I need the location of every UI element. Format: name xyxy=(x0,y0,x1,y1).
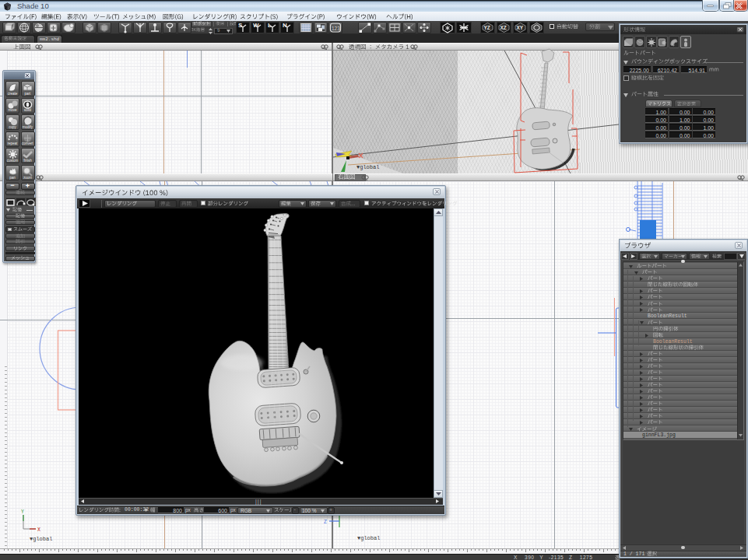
svg-text:XZ: XZ xyxy=(500,25,507,30)
svg-text:Y: Y xyxy=(21,509,24,515)
svg-text:S: S xyxy=(238,22,243,29)
svg-text:123: 123 xyxy=(332,26,340,31)
svg-text:W: W xyxy=(253,22,259,29)
svg-text:Z: Z xyxy=(324,520,327,525)
svg-text:L: L xyxy=(268,22,272,29)
svg-text:X: X xyxy=(37,527,40,533)
svg-text:YZ: YZ xyxy=(484,25,490,30)
svg-text:XY: XY xyxy=(517,25,524,30)
svg-text:N: N xyxy=(283,22,287,29)
